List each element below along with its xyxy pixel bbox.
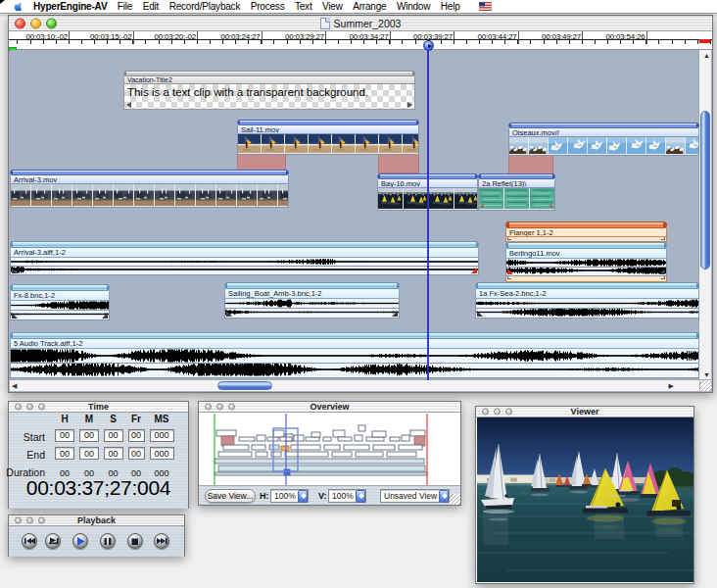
- close-button[interactable]: [15, 517, 22, 524]
- clip-header-bar[interactable]: [475, 282, 699, 289]
- clip-handle-left[interactable]: [477, 311, 483, 317]
- close-button[interactable]: [15, 404, 22, 411]
- close-button[interactable]: [15, 18, 25, 28]
- clip-handle-right[interactable]: [392, 311, 398, 317]
- menu-app-name[interactable]: HyperEngine-AV: [33, 1, 107, 12]
- horizontal-scrollbar[interactable]: ◀ ▶: [10, 379, 699, 391]
- time-input-end-s[interactable]: 00: [104, 447, 123, 460]
- clip-sail-11[interactable]: Sail-11.mov: [237, 120, 419, 155]
- zoom-button[interactable]: [46, 18, 57, 28]
- overview-titlebar[interactable]: Overview: [199, 402, 460, 413]
- time-input-end-fr[interactable]: 00: [128, 447, 145, 460]
- apple-menu-icon[interactable]: [13, 1, 24, 13]
- view-preset-stepper[interactable]: [439, 490, 449, 503]
- clip-header-bar[interactable]: [224, 282, 400, 289]
- minimize-button[interactable]: [26, 404, 33, 411]
- v-zoom-field[interactable]: 100%: [328, 489, 366, 503]
- playhead-handle[interactable]: [423, 40, 434, 51]
- stop-button[interactable]: [127, 533, 143, 549]
- go-to-end-button[interactable]: [154, 533, 169, 549]
- time-titlebar[interactable]: Time: [9, 402, 188, 413]
- menu-item-text[interactable]: Text: [295, 1, 312, 12]
- clip-audio-track-5[interactable]: 5 Audio Track.aiff,1-2: [10, 332, 699, 378]
- scroll-up-arrow[interactable]: ▲: [703, 52, 710, 59]
- clip-fx-sea[interactable]: 1a Fx-Sea-2.bnc,1-2: [475, 282, 699, 318]
- clip-header-bar[interactable]: [10, 284, 110, 291]
- scroll-right-arrow[interactable]: ▶: [669, 382, 674, 389]
- play-button[interactable]: [72, 533, 88, 549]
- clip-handle-right[interactable]: [471, 268, 477, 273]
- scroll-right-mini-arrow[interactable]: [407, 102, 412, 108]
- clip-oiseaux[interactable]: Oiseaux.mov//: [508, 122, 699, 156]
- close-button[interactable]: [482, 409, 489, 416]
- timeline-tracks-area[interactable]: Vacation-Title2This is a text clip with …: [10, 50, 699, 380]
- scroll-down-arrow[interactable]: ▼: [703, 371, 710, 378]
- clip-header-bar[interactable]: [10, 332, 699, 339]
- time-input-start-h[interactable]: 00: [55, 429, 74, 442]
- clip-header-bar[interactable]: [10, 241, 479, 248]
- v-zoom-stepper[interactable]: [356, 490, 365, 503]
- clip-fx-8[interactable]: Fx-8.bnc,1-2: [10, 284, 110, 320]
- clip-handle-left[interactable]: [12, 313, 18, 318]
- menu-item-arrange[interactable]: Arrange: [353, 1, 386, 12]
- horizontal-scroll-thumb[interactable]: [217, 381, 272, 390]
- playback-titlebar[interactable]: Playback: [9, 515, 184, 526]
- clip-berlingo[interactable]: Berlingo11.mov: [505, 242, 667, 276]
- clip-arrival-mov[interactable]: Arrival-3.mov: [10, 170, 289, 208]
- menu-item-record-playback[interactable]: Record/Playback: [169, 1, 241, 12]
- time-input-end-ms[interactable]: 000: [150, 447, 174, 460]
- clip-header-bar[interactable]: [505, 242, 667, 249]
- time-input-end-m[interactable]: 00: [79, 447, 99, 460]
- view-preset-select[interactable]: Unsaved View: [380, 489, 450, 503]
- close-button[interactable]: [205, 404, 212, 411]
- menu-item-process[interactable]: Process: [251, 1, 285, 12]
- vertical-scrollbar[interactable]: ▲ ▼: [698, 50, 711, 380]
- clip-handle-left[interactable]: [507, 269, 513, 274]
- clip-handle-right[interactable]: [659, 269, 665, 274]
- timeline-ruler[interactable]: 00:03:10;-0200:03:15;-0200:03:20;-0200:0…: [9, 31, 712, 50]
- time-input-end-h[interactable]: 00: [55, 447, 74, 460]
- scroll-left-arrow[interactable]: ◀: [12, 382, 17, 389]
- menu-item-view[interactable]: View: [322, 1, 343, 12]
- play-selection-button[interactable]: [45, 533, 61, 549]
- time-input-start-s[interactable]: 00: [104, 429, 123, 442]
- window-resize-grip[interactable]: [699, 379, 711, 391]
- timeline-titlebar[interactable]: Summer_2003: [9, 16, 712, 31]
- go-to-start-button[interactable]: [22, 533, 37, 549]
- clip-sailing-amb[interactable]: Sailing_Boat_Amb-3.bnc,1-2: [224, 282, 400, 318]
- time-input-start-ms[interactable]: 000: [150, 429, 174, 442]
- menu-item-file[interactable]: File: [118, 1, 132, 12]
- menu-item-help[interactable]: Help: [441, 1, 460, 12]
- h-zoom-stepper[interactable]: [298, 490, 308, 503]
- vertical-scroll-thumb[interactable]: [700, 111, 710, 270]
- minimize-button[interactable]: [30, 18, 41, 28]
- clip-handle-left[interactable]: [226, 311, 232, 317]
- clip-arrival-aiff[interactable]: Arrival-3.aiff,1-2: [10, 241, 479, 275]
- menu-item-window[interactable]: Window: [397, 1, 430, 12]
- minimize-button[interactable]: [216, 404, 223, 411]
- clip-handle-left[interactable]: [12, 268, 18, 273]
- clip-handle-right[interactable]: [102, 313, 108, 318]
- zoom-button[interactable]: [228, 404, 235, 411]
- clip-reflet[interactable]: 2a Reflet(13)\: [478, 173, 555, 211]
- zoom-button[interactable]: [38, 517, 45, 524]
- viewer-titlebar[interactable]: Viewer: [476, 407, 693, 417]
- h-zoom-field[interactable]: 100%: [270, 489, 309, 503]
- clip-flanger[interactable]: Flanger 1,1-2Berlingo11.mov: [505, 221, 667, 282]
- playhead-line[interactable]: [427, 50, 429, 380]
- overview-resize-grip[interactable]: [450, 494, 460, 505]
- pause-button[interactable]: [100, 533, 116, 549]
- us-flag-icon[interactable]: [479, 2, 492, 11]
- zoom-button[interactable]: [38, 404, 45, 411]
- minimize-button[interactable]: [494, 409, 501, 416]
- clip-vacation-title[interactable]: Vacation-Title2This is a text clip with …: [123, 71, 415, 110]
- time-input-start-fr[interactable]: 00: [128, 429, 145, 442]
- save-view-button[interactable]: Save View...: [205, 489, 256, 503]
- menu-item-edit[interactable]: Edit: [143, 1, 159, 12]
- overview-minimap[interactable]: [199, 414, 460, 486]
- minimize-button[interactable]: [26, 517, 33, 524]
- time-input-start-m[interactable]: 00: [79, 429, 99, 442]
- scroll-left-mini-arrow[interactable]: [126, 102, 131, 108]
- zoom-button[interactable]: [505, 409, 512, 416]
- effect-header-bar[interactable]: [505, 221, 667, 228]
